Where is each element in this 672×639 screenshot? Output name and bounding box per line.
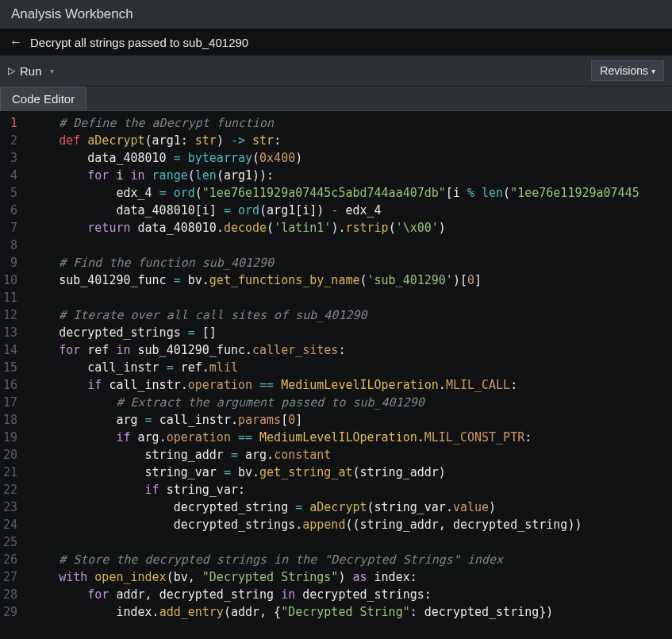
line-number: 25 [3,533,17,551]
code-line[interactable]: # Store the decrypted strings in the "De… [30,551,639,568]
line-number: 20 [3,446,17,464]
code-line[interactable]: call_instr = ref.mlil [30,359,639,376]
line-number: 27 [3,568,17,586]
window-title: Analysis Workbench [11,6,133,21]
code-line[interactable]: index.add_entry(addr, {"Decrypted String… [30,603,639,621]
code-line[interactable]: arg = call_instr.params[0] [30,411,639,429]
code-content[interactable]: # Define the aDecrypt function def aDecr… [22,111,639,639]
line-number: 4 [3,167,17,184]
code-line[interactable]: # Iterate over all call sites of sub_401… [30,306,639,324]
code-line[interactable]: for addr, decrypted_string in decrypted_… [30,586,639,603]
breadcrumb-text: Decrypt all strings passed to sub_401290 [30,36,248,49]
line-number: 12 [3,306,17,324]
line-number: 10 [3,271,17,289]
code-line[interactable]: string_addr = arg.constant [30,446,639,464]
line-number: 3 [3,149,17,167]
revisions-label: Revisions [600,64,648,77]
line-number: 28 [3,586,17,603]
line-number: 15 [3,359,17,376]
line-number: 13 [3,324,17,341]
line-number: 6 [3,202,17,219]
line-number: 18 [3,411,17,429]
line-number-gutter: 1234567891011121314151617181920212223242… [0,111,22,639]
line-number: 16 [3,376,17,394]
code-line[interactable] [30,237,639,254]
run-label: Run [20,64,42,78]
code-line[interactable]: with open_index(bv, "Decrypted Strings")… [30,568,639,586]
code-line[interactable]: for ref in sub_401290_func.caller_sites: [30,341,639,359]
window-title-bar: Analysis Workbench [0,0,672,29]
code-line[interactable]: sub_401290_func = bv.get_functions_by_na… [30,271,639,289]
code-line[interactable]: # Find the function sub_401290 [30,254,639,271]
line-number: 29 [3,603,17,621]
breadcrumb: ← Decrypt all strings passed to sub_4012… [0,29,672,56]
line-number: 11 [3,289,17,306]
line-number: 26 [3,551,17,568]
code-line[interactable]: edx_4 = ord("1ee76e11929a07445c5abd744aa… [30,184,639,202]
line-number: 9 [3,254,17,271]
line-number: 19 [3,429,17,446]
code-line[interactable]: data_408010 = bytearray(0x400) [30,149,639,167]
code-line[interactable]: # Define the aDecrypt function [30,114,639,132]
chevron-down-icon: ▾ [651,67,655,75]
code-line[interactable] [30,533,639,551]
line-number: 24 [3,516,17,533]
code-line[interactable]: if arg.operation == MediumLevelILOperati… [30,429,639,446]
code-line[interactable]: def aDecrypt(arg1: str) -> str: [30,132,639,149]
code-line[interactable]: decrypted_strings = [] [30,324,639,341]
tab-label: Code Editor [12,92,75,106]
line-number: 1 [3,114,17,132]
line-number: 14 [3,341,17,359]
line-number: 23 [3,498,17,516]
line-number: 5 [3,184,17,202]
code-line[interactable]: decrypted_string = aDecrypt(string_var.v… [30,498,639,516]
code-line[interactable]: data_408010[i] = ord(arg1[i]) - edx_4 [30,202,639,219]
revisions-button[interactable]: Revisions ▾ [591,60,664,81]
line-number: 21 [3,464,17,481]
code-line[interactable]: return data_408010.decode('latin1').rstr… [30,219,639,237]
run-dropdown-caret[interactable]: ▾ [47,67,57,75]
code-line[interactable]: if call_instr.operation == MediumLevelIL… [30,376,639,394]
line-number: 8 [3,237,17,254]
line-number: 2 [3,132,17,149]
line-number: 22 [3,481,17,498]
code-line[interactable]: for i in range(len(arg1)): [30,167,639,184]
back-arrow-icon[interactable]: ← [10,35,22,49]
code-editor[interactable]: 1234567891011121314151617181920212223242… [0,111,672,639]
play-icon: ▷ [8,65,15,76]
line-number: 17 [3,394,17,411]
line-number: 7 [3,219,17,237]
tab-bar: Code Editor [0,87,672,111]
tab-code-editor[interactable]: Code Editor [0,87,86,110]
run-button[interactable]: ▷ Run [8,64,42,78]
code-line[interactable]: if string_var: [30,481,639,498]
code-line[interactable] [30,289,639,306]
code-line[interactable]: # Extract the argument passed to sub_401… [30,394,639,411]
toolbar: ▷ Run ▾ Revisions ▾ [0,56,672,87]
code-line[interactable]: decrypted_strings.append((string_addr, d… [30,516,639,533]
code-line[interactable]: string_var = bv.get_string_at(string_add… [30,464,639,481]
